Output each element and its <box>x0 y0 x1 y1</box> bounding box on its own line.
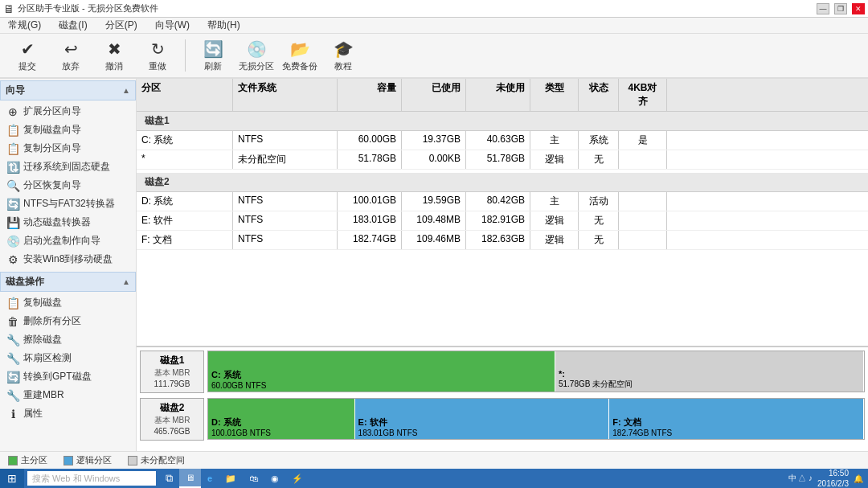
app-edge[interactable]: e <box>201 469 219 488</box>
cell-fs: NTFS <box>233 131 338 150</box>
redo-button[interactable]: ↻ 重做 <box>137 36 178 75</box>
cell-align <box>619 211 667 230</box>
sidebar-item-copy-part[interactable]: 📋 复制分区向导 <box>0 139 136 158</box>
col-cap: 容量 <box>338 79 402 111</box>
app-explorer[interactable]: 📁 <box>219 469 243 488</box>
sidebar-item-expand[interactable]: ⊕ 扩展分区向导 <box>0 102 136 121</box>
cell-partition: * <box>137 150 233 169</box>
disk-partitions: D: 系统 100.01GB NTFS E: 软件 183.01GB NTFS … <box>207 398 865 440</box>
sidebar-item-install-win[interactable]: ⚙ 安装Win8到移动硬盘 <box>0 250 136 269</box>
status-item: 主分区 <box>8 454 47 466</box>
disk-viz-size: 111.79GB <box>144 379 200 390</box>
disk-ops-section-header[interactable]: 磁盘操作 ▲ <box>0 272 136 292</box>
disk-viz-name: 磁盘2 <box>144 401 200 415</box>
app-partassist[interactable]: 🖥 <box>179 469 201 488</box>
cell-type: 逻辑 <box>530 150 579 169</box>
taskbar: ⊞ 搜索 Web 和 Windows ⧉ 🖥 e 📁 🛍 ◉ ⚡ 中 △ ♪ 1… <box>0 469 868 488</box>
backup-button[interactable]: 📂 免费备份 <box>279 36 321 75</box>
table-row[interactable]: * 未分配空间 51.78GB 0.00KB 51.78GB 逻辑 无 <box>137 150 868 170</box>
status-item: 逻辑分区 <box>63 454 112 466</box>
notification-icon[interactable]: 🔔 <box>854 474 863 483</box>
backup-icon: 📂 <box>290 39 310 59</box>
undo-icon: ↩ <box>64 39 78 59</box>
expand-icon: ⊕ <box>6 105 19 118</box>
disk-viz-row: 磁盘1 基本 MBR 111.79GB C: 系统 60.00GB NTFS *… <box>140 351 865 393</box>
sidebar-item-bootdisk[interactable]: 💿 启动光盘制作向导 <box>0 232 136 250</box>
disk-partition-segment[interactable]: F: 文档 182.74GB NTFS <box>609 399 864 439</box>
menu-item-g[interactable]: 常规(G) <box>3 17 46 34</box>
nopart-button[interactable]: 💿 无损分区 <box>235 36 277 75</box>
menu-item-w[interactable]: 向导(W) <box>150 17 194 34</box>
sidebar-item-recover[interactable]: 🔍 分区恢复向导 <box>0 176 136 195</box>
sidebar-item-copy-disk[interactable]: 📋 复制磁盘向导 <box>0 121 136 139</box>
sidebar-item-copy-disk2[interactable]: 📋 复制磁盘 <box>0 293 136 312</box>
cell-type: 逻辑 <box>530 231 579 249</box>
cell-partition: D: 系统 <box>137 192 233 211</box>
sidebar-item-properties[interactable]: ℹ 属性 <box>0 404 136 423</box>
disk-info-box: 磁盘2 基本 MBR 465.76GB <box>140 398 204 441</box>
tutorial-icon: 🎓 <box>334 39 354 59</box>
sidebar-item-to-gpt[interactable]: 🔄 转换到GPT磁盘 <box>0 367 136 386</box>
cell-align <box>619 150 667 169</box>
tutorial-button[interactable]: 🎓 教程 <box>322 36 364 75</box>
wizard-section-items: ⊕ 扩展分区向导 📋 复制磁盘向导 📋 复制分区向导 🔃 迁移系统到固态硬盘 🔍… <box>0 102 136 269</box>
cell-status: 无 <box>579 231 619 249</box>
disk-viz-content: 磁盘1 基本 MBR 111.79GB C: 系统 60.00GB NTFS *… <box>140 351 865 441</box>
disk2-group-header: 磁盘2 <box>137 173 868 192</box>
part-size: 51.78GB 未分配空间 <box>559 379 860 390</box>
app-partassist-icon: 🖥 <box>186 473 194 482</box>
part-label: E: 软件 <box>358 416 606 429</box>
menubar: 常规(G)磁盘(I)分区(P)向导(W)帮助(H) <box>0 18 868 34</box>
cancel-button[interactable]: ✖ 撤消 <box>93 36 135 75</box>
app-store[interactable]: 🛍 <box>243 469 264 488</box>
disk-partitions: C: 系统 60.00GB NTFS *: 51.78GB 未分配空间 <box>207 351 865 392</box>
sidebar-item-dynamic[interactable]: 💾 动态磁盘转换器 <box>0 213 136 232</box>
app-misc-icon: ⚡ <box>292 474 303 484</box>
table-row[interactable]: D: 系统 NTFS 100.01GB 19.59GB 80.42GB 主 活动 <box>137 192 868 211</box>
wizard-section-header[interactable]: 向导 ▲ <box>0 80 136 100</box>
bootdisk-icon: 💿 <box>6 235 19 248</box>
refresh-button[interactable]: 🔄 刷新 <box>192 36 234 75</box>
start-button[interactable]: ⊞ <box>0 469 24 488</box>
sidebar-item-bad-sector[interactable]: 🔧 坏扇区检测 <box>0 349 136 367</box>
disk-partition-segment[interactable]: E: 软件 183.01GB NTFS <box>355 399 610 439</box>
disk-partition-segment[interactable]: C: 系统 60.00GB NTFS <box>208 351 555 392</box>
minimize-button[interactable]: — <box>817 3 829 14</box>
menu-item-i[interactable]: 磁盘(I) <box>54 17 92 34</box>
disk1-rows: C: 系统 NTFS 60.00GB 19.37GB 40.63GB 主 系统 … <box>137 131 868 170</box>
cell-status: 无 <box>579 211 619 230</box>
disk2-rows: D: 系统 NTFS 100.01GB 19.59GB 80.42GB 主 活动… <box>137 192 868 250</box>
disk-partition-segment[interactable]: D: 系统 100.01GB NTFS <box>208 399 355 439</box>
taskbar-search[interactable]: 搜索 Web 和 Windows <box>27 471 156 486</box>
app-icon: 🖥 <box>3 2 14 15</box>
sidebar-item-ntfs-fat32[interactable]: 🔄 NTFS与FAT32转换器 <box>0 195 136 213</box>
ntfs-icon: 🔄 <box>6 198 19 211</box>
table-row[interactable]: E: 软件 NTFS 183.01GB 109.48MB 182.91GB 逻辑… <box>137 211 868 231</box>
table-row[interactable]: F: 文档 NTFS 182.74GB 109.46MB 182.63GB 逻辑… <box>137 231 868 250</box>
col-partition: 分区 <box>137 79 233 111</box>
sidebar-item-wipe-disk[interactable]: 🔧 擦除磁盘 <box>0 330 136 349</box>
app-chrome[interactable]: ◉ <box>264 469 285 488</box>
sidebar-item-migrate[interactable]: 🔃 迁移系统到固态硬盘 <box>0 158 136 176</box>
menu-item-h[interactable]: 帮助(H) <box>203 17 245 34</box>
sidebar-item-del-all[interactable]: 🗑 删除所有分区 <box>0 312 136 330</box>
submit-button[interactable]: ✔ 提交 <box>6 36 48 75</box>
table-row[interactable]: C: 系统 NTFS 60.00GB 19.37GB 40.63GB 主 系统 … <box>137 131 868 150</box>
cell-used: 0.00KB <box>402 150 466 169</box>
disk-viz-type: 基本 MBR <box>144 415 200 426</box>
maximize-button[interactable]: ❐ <box>834 3 847 14</box>
sidebar-item-rebuild-mbr[interactable]: 🔧 重建MBR <box>0 386 136 404</box>
task-view-button[interactable]: ⧉ <box>159 469 179 488</box>
status-label: 未分配空间 <box>141 454 185 466</box>
cell-free: 51.78GB <box>466 150 530 169</box>
close-button[interactable]: ✕ <box>852 3 865 14</box>
chrome-icon: ◉ <box>271 474 279 484</box>
install-win-icon: ⚙ <box>6 253 19 266</box>
app-misc[interactable]: ⚡ <box>285 469 309 488</box>
cell-status: 无 <box>579 150 619 169</box>
cell-cap: 100.01GB <box>338 192 402 211</box>
menu-item-p[interactable]: 分区(P) <box>100 17 142 34</box>
disk-partition-segment[interactable]: *: 51.78GB 未分配空间 <box>555 351 864 392</box>
undo-button[interactable]: ↩ 放弃 <box>50 36 92 75</box>
store-icon: 🛍 <box>249 474 258 483</box>
